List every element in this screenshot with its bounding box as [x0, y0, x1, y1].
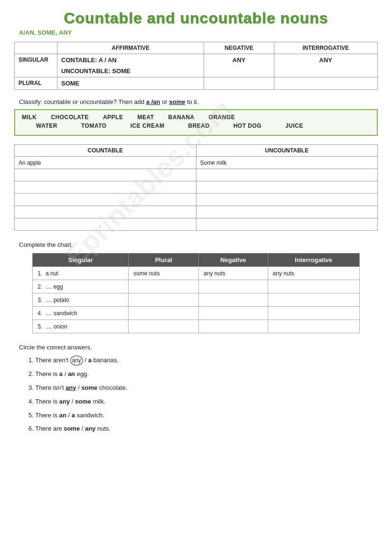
chart-row-3: 3. .... potato: [33, 293, 359, 307]
chart-header-interrogative: Interrogative: [268, 254, 359, 267]
chart-row-1: 1. a nut some nuts any nuts any nuts: [33, 267, 359, 280]
chart-instruction: Complete the chart.: [19, 241, 378, 248]
food-banana: BANANA: [168, 114, 195, 121]
chart-negative-2: [199, 280, 268, 293]
chart-header-singular: Singular: [33, 254, 129, 267]
count-uncountable-4: [196, 194, 378, 206]
chart-plural-5: [129, 320, 199, 333]
chart-interrogative-5: [268, 320, 359, 333]
answer-2: 2. There is a / an egg.: [28, 369, 378, 379]
count-uncountable-5: [196, 206, 378, 218]
answer-3: 3. There isn't any / some chocolate.: [28, 383, 378, 393]
food-chocolate: CHOCOLATE: [51, 114, 89, 121]
food-milk: MILK: [22, 114, 37, 121]
plural-label: PLURAL: [15, 77, 57, 90]
food-water: WATER: [36, 122, 57, 129]
page-title: Countable and uncountable nouns: [14, 9, 378, 27]
chart-negative-5: [199, 320, 268, 333]
subtitle: A/AN, SOME, ANY: [19, 29, 378, 36]
count-countable-4: [15, 194, 196, 206]
food-tomato: TOMATO: [81, 122, 107, 129]
grammar-row-singular: SINGULAR CONTABLE: A / AN UNCOUNTABLE: S…: [15, 54, 378, 77]
chart-row-5: 5. .... onion: [33, 320, 359, 333]
chart-negative-1: any nuts: [199, 267, 268, 280]
plural-interrogative: [274, 77, 377, 90]
chart-row-2: 2. .... egg: [33, 280, 359, 293]
answer-4: 4. There is any / some milk.: [28, 397, 378, 407]
chart-plural-3: [129, 293, 199, 307]
chart-singular-2: 2. .... egg: [33, 280, 129, 293]
count-countable-5: [15, 206, 196, 218]
chart-row-4: 4. .... sandwich: [33, 307, 359, 320]
plural-affirmative: SOME: [57, 77, 204, 90]
singular-interrogative: ANY: [274, 54, 377, 77]
chart-header-plural: Plural: [129, 254, 199, 267]
singular-aff-countable: CONTABLE: A / AN: [61, 56, 200, 64]
count-row-4: [15, 194, 378, 206]
count-uncountable-2: [196, 169, 378, 181]
chart-singular-5: 5. .... onion: [33, 320, 129, 333]
chart-negative-4: [199, 307, 268, 320]
count-row-2: [15, 169, 378, 181]
chart-interrogative-1: any nuts: [268, 267, 359, 280]
chart-interrogative-3: [268, 293, 359, 307]
grammar-col-negative: NEGATIVE: [204, 42, 274, 54]
countable-table: COUNTABLE UNCOUNTABLE An apple Some milk: [14, 144, 378, 231]
chart-interrogative-2: [268, 280, 359, 293]
plural-negative: [204, 77, 274, 90]
food-juice: JUICE: [285, 122, 303, 129]
count-uncountable-3: [196, 181, 378, 194]
count-row-3: [15, 181, 378, 194]
singular-affirmative: CONTABLE: A / AN UNCOUNTABLE: SOME: [57, 54, 204, 77]
grammar-table: AFFIRMATIVE NEGATIVE INTERROGATIVE SINGU…: [14, 42, 378, 90]
count-uncountable-1: Some milk: [196, 157, 378, 169]
count-countable-3: [15, 181, 196, 194]
chart-plural-4: [129, 307, 199, 320]
count-countable-6: [15, 218, 196, 231]
grammar-col-empty: [15, 42, 57, 54]
count-row-1: An apple Some milk: [15, 157, 378, 169]
count-countable-2: [15, 169, 196, 181]
chart-singular-1: 1. a nut: [33, 267, 129, 280]
count-countable-1: An apple: [15, 157, 196, 169]
count-row-6: [15, 218, 378, 231]
food-box: MILK CHOCOLATE APPLE MEAT BANANA ORANGE …: [14, 109, 378, 136]
count-row-5: [15, 206, 378, 218]
singular-negative: ANY: [204, 54, 274, 77]
chart-plural-2: [129, 280, 199, 293]
food-row-2: WATER TOMATO ICE CREAM BREAD HOT DOG JUI…: [22, 122, 370, 129]
chart-singular-3: 3. .... potato: [33, 293, 129, 307]
chart-table: Singular Plural Negative Interrogative 1…: [32, 253, 359, 333]
answer-1: 1. There aren't any / a bananas.: [28, 356, 378, 366]
grammar-row-plural: PLURAL SOME: [15, 77, 378, 90]
chart-singular-4: 4. .... sandwich: [33, 307, 129, 320]
food-hotdog: HOT DOG: [233, 122, 262, 129]
food-orange: ORANGE: [209, 114, 235, 121]
circled-any-1: any: [70, 356, 83, 366]
food-icecream: ICE CREAM: [131, 122, 165, 129]
classify-instruction: Classify: countable or uncountable? Then…: [19, 98, 378, 105]
answer-5: 5. There is an / a sandwich.: [28, 411, 378, 421]
grammar-col-affirmative: AFFIRMATIVE: [57, 42, 204, 54]
chart-header-negative: Negative: [199, 254, 268, 267]
count-uncountable-6: [196, 218, 378, 231]
countable-header: COUNTABLE: [15, 145, 196, 157]
uncountable-header: UNCOUNTABLE: [196, 145, 378, 157]
chart-negative-3: [199, 293, 268, 307]
chart-interrogative-4: [268, 307, 359, 320]
answer-6: 6. There are some / any nuts.: [28, 424, 378, 434]
answers-list: 1. There aren't any / a bananas. 2. Ther…: [14, 356, 378, 434]
chart-plural-1: some nuts: [129, 267, 199, 280]
circle-instruction: Circle the correct answers.: [19, 344, 378, 351]
singular-label: SINGULAR: [15, 54, 57, 77]
food-bread: BREAD: [188, 122, 209, 129]
grammar-col-interrogative: INTERROGATIVE: [274, 42, 377, 54]
food-row-1: MILK CHOCOLATE APPLE MEAT BANANA ORANGE: [22, 114, 370, 121]
singular-aff-uncountable: UNCOUNTABLE: SOME: [61, 67, 200, 75]
food-apple: APPLE: [103, 114, 123, 121]
food-meat: MEAT: [137, 114, 154, 121]
